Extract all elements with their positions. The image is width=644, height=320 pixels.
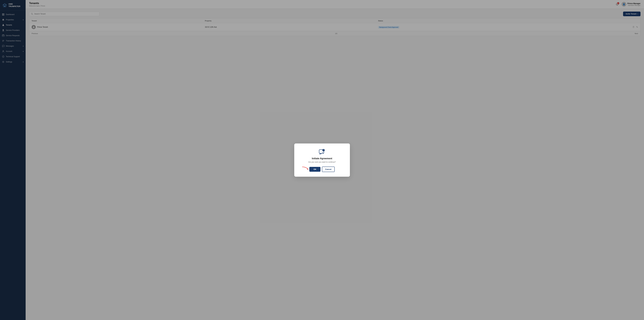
agreement-icon: ! bbox=[319, 149, 325, 155]
cancel-button[interactable]: Cancel bbox=[322, 167, 335, 172]
dialog-buttons: OK Cancel bbox=[309, 167, 334, 172]
dialog-message: Are you sure you want to continue? bbox=[308, 161, 336, 163]
arrow-annotation bbox=[302, 166, 309, 172]
modal-overlay[interactable]: ! Initiate Agreement Are you sure you wa… bbox=[0, 0, 644, 320]
dialog-title: Initiate Agreement bbox=[312, 157, 332, 160]
svg-text:!: ! bbox=[323, 149, 324, 151]
ok-button[interactable]: OK bbox=[309, 167, 320, 172]
initiate-agreement-dialog: ! Initiate Agreement Are you sure you wa… bbox=[294, 143, 350, 177]
